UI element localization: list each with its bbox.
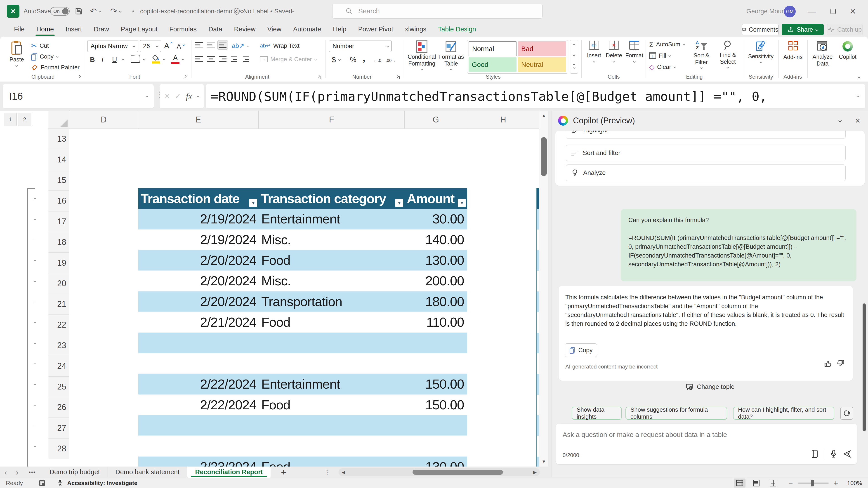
row-header[interactable]: 28 [49, 438, 69, 459]
grow-font-button[interactable]: A [164, 41, 173, 51]
column-header-D[interactable]: D [69, 111, 138, 129]
column-header-H[interactable]: H [467, 111, 539, 129]
user-name[interactable]: George Mount [746, 0, 787, 23]
prompt-guide-icon[interactable] [811, 450, 818, 458]
zoom-level[interactable]: 100% [847, 480, 862, 487]
change-topic-button[interactable]: Change topic [552, 383, 868, 391]
format-as-table-button[interactable]: Format as Table [438, 40, 464, 70]
align-middle-button[interactable] [206, 40, 216, 50]
cell-category[interactable] [258, 415, 405, 435]
filter-button[interactable]: ▼ [395, 199, 403, 207]
row-header[interactable]: 27 [49, 418, 69, 438]
font-name-combo[interactable]: Aptos Narrow [87, 40, 138, 52]
customize-qat-icon[interactable] [132, 0, 134, 23]
chevron-down-icon[interactable] [421, 68, 423, 70]
next-sheet-icon[interactable]: › [11, 468, 23, 477]
add-sheet-button[interactable]: + [271, 467, 297, 477]
all-sheets-icon[interactable]: ••• [23, 469, 42, 475]
page-break-view-button[interactable] [767, 479, 779, 488]
sensitivity-button[interactable]: Sensitivity [746, 40, 775, 63]
send-icon[interactable] [843, 450, 851, 458]
chevron-down-icon[interactable] [291, 10, 294, 12]
outline-level-2-button[interactable]: 2 [18, 113, 31, 126]
cell-amount[interactable] [405, 436, 467, 456]
wrap-text-button[interactable]: ab↩Wrap Text [260, 41, 300, 51]
cell-category[interactable]: Transportation [258, 291, 405, 312]
row-header[interactable]: 13 [49, 129, 69, 149]
gallery-down-icon[interactable] [573, 54, 575, 56]
increase-decimal-button[interactable]: ←.0 [373, 56, 381, 66]
cell-amount[interactable] [405, 333, 467, 353]
tab-formulas[interactable]: Formulas [163, 23, 203, 37]
chevron-down-icon[interactable] [16, 64, 18, 67]
fill-button[interactable]: ↓Fill [649, 51, 671, 61]
chevron-down-icon[interactable] [450, 68, 452, 70]
action-sort-filter[interactable]: Sort and filter [566, 144, 846, 161]
excel-logo-icon[interactable]: × [7, 5, 20, 18]
chevron-down-icon[interactable] [669, 54, 671, 57]
alignment-dialog-launcher[interactable] [317, 76, 321, 79]
tab-home[interactable]: Home [31, 23, 60, 37]
enter-icon[interactable]: ✓ [175, 92, 181, 101]
save-icon[interactable] [74, 0, 83, 23]
zoom-in-button[interactable]: + [834, 479, 838, 488]
zoom-slider[interactable] [798, 483, 829, 484]
chevron-down-icon[interactable] [163, 58, 165, 60]
prompt-pill-data-insights[interactable]: Show data insights [572, 407, 622, 420]
shrink-font-button[interactable]: A [177, 41, 185, 52]
cell-date[interactable]: 2/22/2024 [138, 374, 258, 394]
align-top-button[interactable] [194, 40, 204, 50]
decrease-indent-button[interactable] [231, 54, 237, 64]
action-highlight[interactable]: Highlight [566, 131, 846, 139]
number-dialog-launcher[interactable] [396, 76, 400, 79]
sheet-tab-demo-trip-budget[interactable]: Demo trip budget [42, 466, 107, 478]
close-button[interactable]: × [850, 0, 856, 23]
row-header[interactable]: 18 [49, 232, 69, 253]
format-painter-button[interactable]: Format Painter [31, 62, 80, 72]
sheet-tab-demo-bank-statement[interactable]: Demo bank statement [108, 466, 188, 478]
chevron-down-icon[interactable] [338, 58, 341, 61]
chevron-down-icon[interactable] [99, 10, 101, 12]
cell-amount[interactable] [405, 415, 467, 435]
collapse-ribbon-icon[interactable] [858, 76, 860, 78]
cell-amount[interactable]: 130.00 [405, 250, 467, 270]
panel-scrollbar-thumb[interactable] [863, 303, 866, 431]
chevron-down-icon[interactable] [674, 66, 676, 68]
tab-power-pivot[interactable]: Power Pivot [352, 23, 399, 37]
cell-amount[interactable] [405, 353, 467, 373]
tab-view[interactable]: View [261, 23, 287, 37]
row-header[interactable]: 14 [49, 149, 69, 170]
percent-style-button[interactable]: % [350, 55, 356, 65]
catch-up-button[interactable]: Catch up [827, 24, 863, 35]
row-header[interactable]: 20 [49, 273, 69, 294]
cell-category[interactable]: Food [258, 395, 405, 415]
vertical-scrollbar[interactable]: ▲ ▼ [539, 111, 548, 466]
tab-insert[interactable]: Insert [60, 23, 88, 37]
add-ins-button[interactable]: Add-ins [781, 41, 805, 60]
chevron-down-icon[interactable] [593, 60, 595, 63]
row-header[interactable]: 19 [49, 253, 69, 273]
redo-button[interactable]: ↷ [110, 0, 121, 23]
scrollbar-thumb[interactable] [412, 470, 503, 475]
row-header[interactable]: 22 [49, 315, 69, 335]
outline-group-bracket[interactable] [27, 188, 28, 466]
outline-level-1-button[interactable]: 1 [4, 113, 17, 126]
cell-date[interactable]: 2/21/2024 [138, 312, 258, 332]
font-color-button[interactable]: A [171, 54, 180, 64]
cell-amount[interactable]: 110.00 [405, 312, 467, 332]
chevron-down-icon[interactable] [143, 58, 145, 60]
search-input[interactable]: Search [332, 4, 542, 19]
insert-cells-button[interactable]: ⇦ Insert [585, 41, 603, 62]
close-panel-icon[interactable]: × [855, 116, 860, 126]
format-cells-button[interactable]: Format [625, 41, 644, 62]
tab-page-layout[interactable]: Page Layout [115, 23, 163, 37]
sensitivity-shield-icon[interactable] [233, 0, 240, 23]
style-normal[interactable]: Normal [469, 41, 517, 56]
restore-button[interactable] [831, 9, 836, 14]
align-right-button[interactable] [217, 54, 228, 64]
column-header-F[interactable]: F [258, 111, 405, 129]
row-header[interactable]: 26 [49, 397, 69, 418]
align-bottom-button[interactable] [217, 40, 228, 50]
cell-amount[interactable]: 150.00 [405, 395, 467, 415]
copy-button[interactable]: Copy [31, 52, 58, 61]
